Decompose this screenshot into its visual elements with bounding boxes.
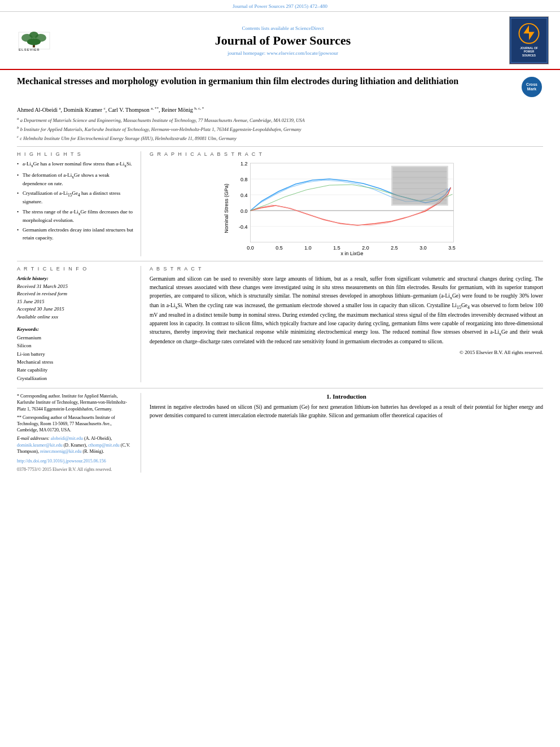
svg-text:SOURCES: SOURCES bbox=[522, 54, 536, 57]
article-history: Article history: Received 31 March 2015 … bbox=[17, 275, 134, 321]
svg-text:0.4: 0.4 bbox=[240, 193, 248, 198]
email-link-4[interactable]: reiner.moenig@kit.edu bbox=[40, 449, 82, 454]
article-info-label: A R T I C L E I N F O bbox=[17, 266, 134, 272]
elsevier-tree-icon: ELSEVIER bbox=[16, 29, 53, 52]
svg-text:1.2: 1.2 bbox=[240, 161, 248, 167]
article-title-section: Mechanical stresses and morphology evolu… bbox=[17, 76, 543, 102]
crossmark-icon: Cross Mark bbox=[522, 77, 542, 97]
svg-text:POWER: POWER bbox=[524, 50, 535, 53]
journal-header: ELSEVIER Contents lists available at Sci… bbox=[0, 12, 560, 70]
keyword-crystallization: Crystallization bbox=[17, 374, 134, 382]
available-online: Available online xxx bbox=[17, 313, 134, 321]
keywords-label: Keywords: bbox=[17, 325, 134, 333]
accepted-date: Accepted 30 June 2015 bbox=[17, 305, 134, 313]
svg-text:1.5: 1.5 bbox=[333, 245, 340, 251]
stress-chart-svg: 1.2 0.8 0.4 0.0 -0.4 0.0 0.5 1.0 1.5 2.0… bbox=[150, 160, 543, 256]
svg-text:0.5: 0.5 bbox=[275, 245, 283, 251]
highlights-list: a-LixGe has a lower nominal flow stress … bbox=[17, 160, 134, 242]
abstract-column: A B S T R A C T Germanium and silicon ca… bbox=[150, 266, 543, 382]
highlights-graphical-section: H I G H L I G H T S a-LixGe has a lower … bbox=[17, 151, 543, 261]
affiliations: a a Department of Materials Science and … bbox=[17, 116, 543, 142]
keyword-silicon: Silicon bbox=[17, 342, 134, 350]
graphical-abstract-column: G R A P H I C A L A B S T R A C T 1.2 0.… bbox=[150, 151, 543, 256]
footnotes-column: * Corresponding author. Institute for Ap… bbox=[17, 393, 141, 473]
article-title: Mechanical stresses and morphology evolu… bbox=[17, 76, 515, 88]
footnote-corresponding1: * Corresponding author. Institute for Ap… bbox=[17, 393, 134, 412]
journal-title-header: Journal of Power Sources bbox=[56, 33, 509, 48]
graphical-abstract-chart: 1.2 0.8 0.4 0.0 -0.4 0.0 0.5 1.0 1.5 2.0… bbox=[150, 160, 543, 256]
article-info-abstract-section: A R T I C L E I N F O Article history: R… bbox=[17, 266, 543, 382]
issn-text: 0378-7753/© 2015 Elsevier B.V. All right… bbox=[17, 466, 134, 473]
keyword-germanium: Germanium bbox=[17, 334, 134, 342]
contents-text: Contents lists available at bbox=[242, 25, 294, 31]
contents-line: Contents lists available at ScienceDirec… bbox=[56, 25, 509, 31]
svg-text:-0.4: -0.4 bbox=[239, 224, 248, 230]
footnote-corresponding2: ** Corresponding author of Massachusetts… bbox=[17, 414, 134, 434]
affiliation-c: c c Helmholtz Institute Ulm for Electroc… bbox=[17, 134, 543, 142]
intro-section-title: 1. Introduction bbox=[150, 393, 543, 400]
svg-text:2.0: 2.0 bbox=[362, 245, 369, 251]
svg-text:0.0: 0.0 bbox=[240, 208, 248, 214]
highlights-label: H I G H L I G H T S bbox=[17, 151, 134, 157]
highlight-item: The deformation of a-LixGe shows a weak … bbox=[17, 172, 134, 188]
homepage-text: journal homepage: bbox=[228, 50, 265, 56]
copyright-line: © 2015 Elsevier B.V. All rights reserved… bbox=[150, 350, 543, 355]
homepage-line: journal homepage: www.elsevier.com/locat… bbox=[56, 50, 509, 56]
keyword-mechanical-stress: Mechanical stress bbox=[17, 358, 134, 366]
keyword-li-ion: Li-ion battery bbox=[17, 350, 134, 358]
affiliation-a: a a Department of Materials Science and … bbox=[17, 116, 543, 124]
main-content: Mechanical stresses and morphology evolu… bbox=[0, 70, 560, 481]
svg-text:1.0: 1.0 bbox=[304, 245, 312, 251]
received-date: Received 31 March 2015 bbox=[17, 283, 134, 291]
introduction-column: 1. Introduction Interest in negative ele… bbox=[150, 393, 543, 473]
footnote-emails: E-mail addresses: alobeidi@mit.edu (A. A… bbox=[17, 435, 134, 455]
center-header: Contents lists available at ScienceDirec… bbox=[56, 25, 509, 56]
intro-text: Interest in negative electrodes based on… bbox=[150, 403, 543, 420]
authors-line: Ahmed Al-Obeidi a, Dominik Kramer c, Car… bbox=[17, 106, 543, 113]
journal-cover-image: JOURNAL OF POWER SOURCES bbox=[509, 16, 549, 64]
page-wrapper: Journal of Power Sources 297 (2015) 472–… bbox=[0, 0, 560, 747]
crossmark-badge[interactable]: Cross Mark bbox=[520, 76, 543, 98]
svg-text:Cross: Cross bbox=[526, 82, 537, 86]
keywords-section: Keywords: Germanium Silicon Li-ion batte… bbox=[17, 325, 134, 382]
svg-point-5 bbox=[27, 38, 41, 45]
svg-text:2.5: 2.5 bbox=[391, 245, 398, 251]
highlight-item: a-LixGe has a lower nominal flow stress … bbox=[17, 160, 134, 169]
svg-text:3.0: 3.0 bbox=[419, 245, 427, 251]
homepage-url[interactable]: www.elsevier.com/locate/jpowsour bbox=[267, 50, 338, 56]
svg-text:0.8: 0.8 bbox=[240, 177, 248, 182]
article-info-column: A R T I C L E I N F O Article history: R… bbox=[17, 266, 141, 382]
elsevier-logo-area: ELSEVIER bbox=[11, 27, 56, 55]
email-link-3[interactable]: cthomp@mit.edu bbox=[88, 443, 120, 448]
abstract-text: Germanium and silicon can be used to rev… bbox=[150, 275, 543, 346]
highlight-item: The stress range of the a-LixGe films de… bbox=[17, 208, 134, 225]
highlights-column: H I G H L I G H T S a-LixGe has a lower … bbox=[17, 151, 141, 256]
science-direct-link[interactable]: ScienceDirect bbox=[295, 25, 323, 31]
svg-text:JOURNAL OF: JOURNAL OF bbox=[520, 47, 537, 50]
journal-reference-bar: Journal of Power Sources 297 (2015) 472–… bbox=[0, 0, 560, 12]
abstract-label: A B S T R A C T bbox=[150, 266, 543, 272]
svg-text:0.0: 0.0 bbox=[247, 245, 254, 251]
svg-rect-38 bbox=[393, 167, 447, 204]
doi-link[interactable]: http://dx.doi.org/10.1016/j.jpowsour.201… bbox=[17, 458, 134, 464]
svg-text:Mark: Mark bbox=[527, 87, 536, 91]
received-revised-label: Received in revised form bbox=[17, 290, 134, 298]
svg-text:x in LixGe: x in LixGe bbox=[340, 251, 363, 256]
email-link-2[interactable]: dominik.kramer@kit.edu bbox=[17, 443, 63, 448]
email-link-1[interactable]: alobeidi@mit.edu bbox=[51, 436, 83, 441]
affiliation-b: b b Institute for Applied Materials, Kar… bbox=[17, 125, 543, 133]
highlight-item: Germanium electrodes decay into island s… bbox=[17, 226, 134, 242]
revised-date: 15 June 2015 bbox=[17, 298, 134, 306]
bottom-section: * Corresponding author. Institute for Ap… bbox=[17, 388, 543, 473]
history-label: Article history: bbox=[17, 275, 134, 283]
svg-text:Nominal Stress (GPa): Nominal Stress (GPa) bbox=[224, 184, 229, 234]
graphical-abstract-label: G R A P H I C A L A B S T R A C T bbox=[150, 151, 543, 157]
svg-text:3.5: 3.5 bbox=[448, 245, 456, 251]
cover-art: JOURNAL OF POWER SOURCES bbox=[510, 16, 548, 64]
highlight-item: Crystallization of a-Li15Ge4 has a disti… bbox=[17, 190, 134, 206]
keyword-rate-capability: Rate capability bbox=[17, 366, 134, 374]
svg-text:ELSEVIER: ELSEVIER bbox=[19, 48, 40, 51]
journal-ref-text: Journal of Power Sources 297 (2015) 472–… bbox=[233, 3, 327, 9]
divider-top bbox=[17, 146, 543, 147]
